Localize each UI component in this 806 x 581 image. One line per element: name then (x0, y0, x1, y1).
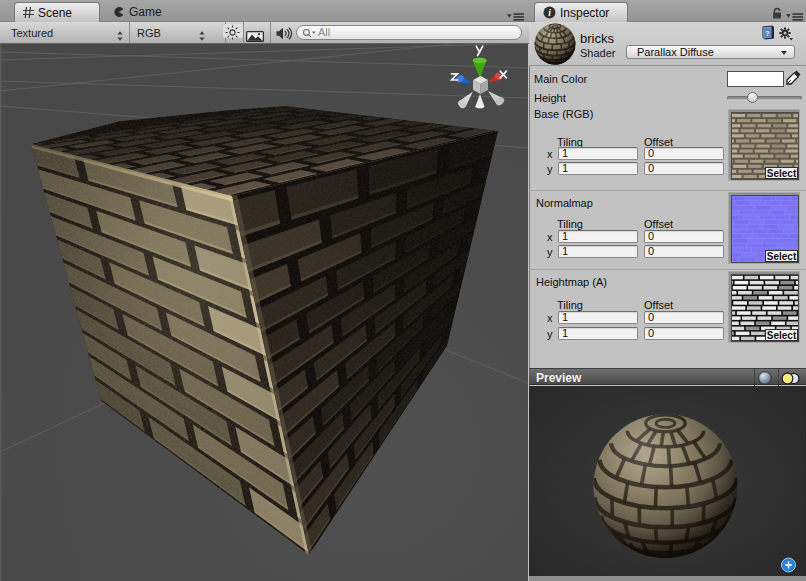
svg-text:i: i (548, 8, 551, 18)
svg-text:?: ? (765, 29, 770, 38)
